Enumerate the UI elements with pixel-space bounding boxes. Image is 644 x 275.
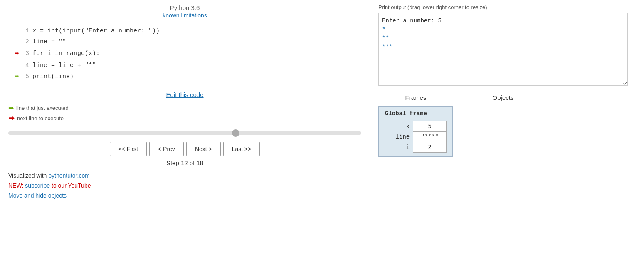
output-line-0: Enter a number: 5 [382, 17, 624, 25]
green-arrow-icon: ➡ [15, 72, 19, 82]
visualized-with-text: Visualized with pythontutor.com [8, 172, 361, 179]
frame-table: x 5 line "***" i 2 [385, 121, 447, 153]
legend-green-label: line that just executed [16, 105, 69, 111]
frame-row-i: i 2 [385, 142, 447, 153]
frame-var-line: line [385, 132, 413, 142]
first-button[interactable]: << First [110, 142, 147, 156]
global-frame-title: Global frame [385, 110, 447, 117]
arrow-col-3: ➡ [8, 48, 21, 60]
frame-row-line: line "***" [385, 132, 447, 142]
edit-code-link[interactable]: Edit this code [8, 91, 361, 98]
objects-section: Objects [478, 94, 528, 106]
pythontutor-link[interactable]: pythontutor.com [48, 172, 90, 179]
code-line-4: 4 line = line + "*" [8, 60, 361, 71]
frame-val-i: 2 [413, 142, 447, 153]
nav-buttons: << First < Prev Next > Last >> [8, 142, 361, 156]
output-line-1: * [382, 25, 624, 34]
code-text-2: line = "" [32, 37, 66, 47]
slider-container [8, 129, 361, 136]
red-arrow-icon: ➡ [15, 48, 19, 60]
new-label: NEW: [8, 182, 25, 189]
code-area: 1 x = int(input("Enter a number: ")) 2 l… [8, 22, 361, 86]
line-num-5: 5 [21, 72, 32, 82]
code-line-5: ➡ 5 print(line) [8, 71, 361, 83]
print-output-label: Print output (drag lower right corner to… [378, 4, 636, 10]
step-slider[interactable] [8, 131, 361, 135]
output-line-3: *** [382, 43, 624, 52]
objects-title: Objects [478, 94, 528, 101]
print-output-box: Enter a number: 5 * ** *** ↘ [378, 13, 628, 86]
new-subscribe-text: NEW: subscribe to our YouTube [8, 182, 361, 189]
line-num-1: 1 [21, 26, 32, 36]
line-num-4: 4 [21, 61, 32, 71]
new-suffix: to our YouTube [50, 182, 91, 189]
code-text-5: print(line) [32, 72, 74, 82]
next-button[interactable]: Next > [186, 142, 221, 156]
legend-green-arrow-icon: ➡ [8, 104, 14, 112]
global-frame: Global frame x 5 line "***" i 2 [378, 106, 453, 157]
arrow-col-5: ➡ [8, 72, 21, 82]
frames-objects-container: Frames Global frame x 5 line "***" [378, 94, 636, 157]
visualized-label: Visualized with [8, 172, 48, 179]
code-line-2: 2 line = "" [8, 37, 361, 47]
last-button[interactable]: Last >> [223, 142, 260, 156]
legend-red-arrow-icon: ➡ [8, 114, 15, 123]
resize-handle-icon[interactable]: ↘ [622, 80, 627, 84]
legend-green-item: ➡ line that just executed [8, 104, 361, 112]
line-num-2: 2 [21, 37, 32, 47]
step-info: Step 12 of 18 [8, 159, 361, 166]
code-text-4: line = line + "*" [32, 61, 96, 71]
code-text-3: for i in range(x): [32, 49, 100, 59]
python-version-title: Python 3.6 [8, 4, 361, 11]
frame-var-x: x [385, 121, 413, 132]
legend-red-label: next line to execute [17, 115, 64, 121]
frames-title: Frames [378, 94, 453, 101]
frame-var-i: i [385, 142, 413, 153]
code-line-1: 1 x = int(input("Enter a number: ")) [8, 26, 361, 37]
frames-section: Frames Global frame x 5 line "***" [378, 94, 453, 157]
output-line-2: ** [382, 34, 624, 43]
right-panel: Print output (drag lower right corner to… [370, 0, 644, 275]
move-hide-link[interactable]: Move and hide objects [8, 192, 67, 199]
legend: ➡ line that just executed ➡ next line to… [8, 104, 361, 123]
line-num-3: 3 [21, 49, 32, 59]
code-text-1: x = int(input("Enter a number: ")) [32, 26, 160, 36]
code-line-3: ➡ 3 for i in range(x): [8, 47, 361, 60]
frame-val-x: 5 [413, 121, 447, 132]
subscribe-link[interactable]: subscribe [25, 182, 50, 189]
frame-val-line: "***" [413, 132, 447, 142]
known-limitations-link[interactable]: known limitations [8, 12, 361, 19]
legend-red-item: ➡ next line to execute [8, 114, 361, 123]
prev-button[interactable]: < Prev [149, 142, 184, 156]
left-panel: Python 3.6 known limitations 1 x = int(i… [0, 0, 370, 275]
frame-row-x: x 5 [385, 121, 447, 132]
